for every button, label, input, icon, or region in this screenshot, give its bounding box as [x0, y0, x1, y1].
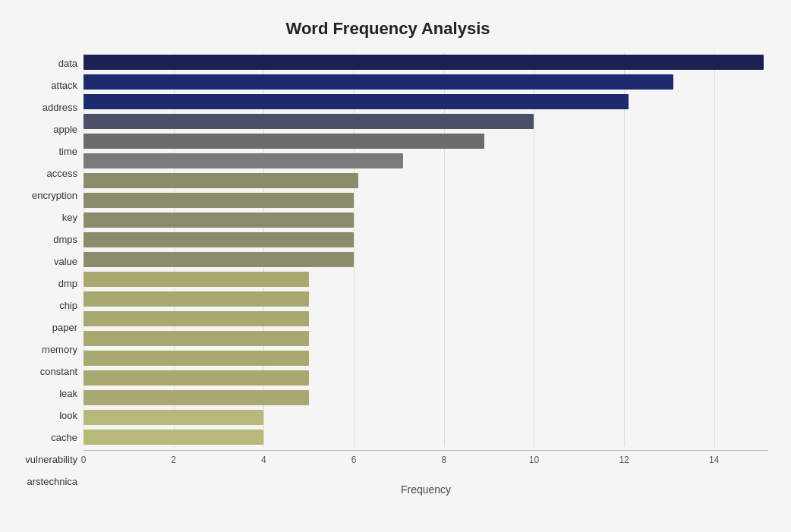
bar-row	[84, 171, 768, 190]
bar-row	[84, 329, 768, 348]
y-axis-label: chip	[59, 296, 77, 316]
bar	[84, 351, 309, 366]
y-axis-label: value	[54, 252, 77, 272]
x-tick-label: 6	[351, 455, 357, 465]
y-axis-label: look	[59, 406, 77, 426]
x-tick-label: 4	[261, 455, 266, 465]
y-axis-label: leak	[59, 384, 77, 404]
bar-row	[84, 72, 768, 92]
bar	[84, 370, 309, 386]
x-tick-label: 2	[171, 455, 176, 465]
bar-row	[84, 131, 768, 151]
bar-row	[84, 250, 768, 269]
bar	[84, 232, 354, 247]
bar	[84, 212, 354, 228]
y-axis-label: time	[58, 142, 77, 162]
bar-row	[84, 210, 768, 230]
bar	[84, 114, 534, 129]
y-axis-label: paper	[52, 318, 77, 338]
x-tick-label: 14	[709, 455, 719, 465]
bar	[84, 390, 309, 405]
bar	[84, 291, 309, 307]
bar	[84, 331, 309, 346]
y-axis-label: access	[47, 164, 77, 184]
bar-row	[84, 309, 768, 329]
y-axis-label: cache	[51, 428, 77, 448]
bar	[84, 410, 263, 425]
y-axis-label: apple	[53, 120, 77, 140]
bar-row	[84, 112, 768, 131]
y-axis-label: constant	[40, 362, 77, 382]
bar-row	[84, 408, 768, 427]
bar-row	[84, 427, 768, 447]
bar	[84, 430, 263, 445]
bar-row	[84, 151, 768, 171]
bar-row	[84, 289, 768, 309]
bar	[84, 55, 764, 70]
y-axis-label: memory	[42, 340, 77, 360]
x-tick-label: 8	[441, 455, 446, 465]
bar-row	[84, 230, 768, 250]
y-axis-label: arstechnica	[27, 472, 77, 492]
y-axis-label: attack	[51, 76, 77, 96]
bar-row	[84, 190, 768, 210]
y-axis-label: address	[43, 98, 77, 118]
x-tick-label: 12	[619, 455, 629, 465]
x-tick-label: 10	[529, 455, 539, 465]
bar-row	[84, 348, 768, 368]
bar-row	[84, 92, 768, 112]
bar	[84, 134, 484, 149]
bar	[84, 311, 309, 326]
bar	[84, 153, 403, 168]
y-axis-label: dmp	[58, 274, 77, 294]
bar-row	[84, 388, 768, 408]
bar	[84, 193, 354, 208]
bar-row	[84, 52, 768, 72]
y-axis-label: encryption	[32, 186, 77, 206]
bars-area	[84, 52, 768, 447]
y-axis-label: vulnerability	[25, 450, 77, 470]
y-axis-label: data	[58, 54, 77, 74]
x-tick-label: 0	[81, 455, 87, 465]
y-axis-label: key	[62, 208, 77, 228]
chart-title: Word Frequency Analysis	[8, 15, 768, 39]
bar-row	[84, 269, 768, 289]
bar	[84, 252, 354, 267]
y-axis-label: dmps	[53, 230, 77, 250]
x-axis-title: Frequency	[84, 483, 768, 496]
y-axis: dataattackaddressappletimeaccessencrypti…	[8, 52, 84, 493]
bar	[84, 173, 358, 188]
chart-container: Word Frequency Analysis dataattackaddres…	[0, 0, 791, 532]
chart-area: dataattackaddressappletimeaccessencrypti…	[8, 52, 768, 493]
bar-row	[84, 368, 768, 388]
bar	[84, 272, 309, 287]
bar	[84, 94, 629, 109]
bar	[84, 74, 673, 90]
